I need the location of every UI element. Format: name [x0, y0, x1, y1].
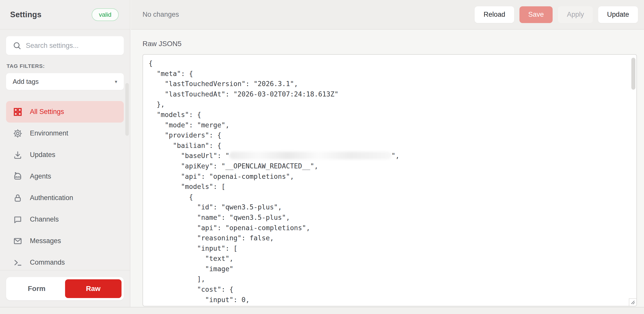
- sidebar-item-label: Messages: [30, 237, 61, 245]
- code-line: "apiKey": "__OPENCLAW_REDACTED__",: [149, 161, 636, 171]
- code-line: "lastTouchedVersion": "2026.3.1",: [149, 79, 636, 89]
- sidebar-item-channels[interactable]: Channels: [6, 209, 124, 230]
- mail-icon: [13, 236, 23, 246]
- bottom-strip: [0, 307, 644, 314]
- settings-app: Settings valid TAG FILTERS: Add tags ▾: [0, 0, 644, 314]
- terminal-icon: [13, 258, 23, 268]
- sidebar-item-label: Channels: [30, 215, 59, 223]
- update-button[interactable]: Update: [598, 6, 638, 23]
- grid-icon: [13, 107, 23, 117]
- sidebar-item-label: Commands: [30, 259, 65, 266]
- code-line: ],: [149, 274, 636, 284]
- code-line: "providers": {: [149, 130, 636, 141]
- raw-json5-editor[interactable]: { "meta": { "lastTouchedVersion": "2026.…: [143, 54, 637, 306]
- valid-status-badge: valid: [92, 8, 119, 21]
- sidebar-item-label: Authentication: [30, 194, 73, 202]
- raw-json5-label: Raw JSON5: [143, 40, 182, 48]
- code-line: "bailian": {: [149, 141, 636, 151]
- sidebar-item-label: Agents: [30, 172, 51, 180]
- code-line: "api": "openai-completions",: [149, 223, 636, 233]
- code-line: {: [149, 58, 636, 69]
- code-line: "baseUrl": "",: [149, 151, 636, 161]
- code-line: "id": "qwen3.5-plus",: [149, 202, 636, 212]
- code-line: {: [149, 192, 636, 202]
- code-line: "input": 0,: [149, 295, 636, 305]
- sidebar-item-all-settings[interactable]: All Settings: [6, 101, 124, 123]
- tag-filters-label: TAG FILTERS:: [7, 63, 124, 69]
- main-header: No changes Reload Save Apply Update: [131, 0, 644, 30]
- code-line: "text",: [149, 253, 636, 264]
- code-line: "api": "openai-completions",: [149, 171, 636, 182]
- code-line: "lastTouchedAt": "2026-03-02T07:24:18.61…: [149, 89, 636, 100]
- search-input[interactable]: [26, 42, 124, 50]
- view-mode-toggle: Form Raw: [6, 277, 124, 300]
- code-line: "image": [149, 264, 636, 274]
- editor-scrollbar[interactable]: [631, 58, 635, 90]
- reload-button[interactable]: Reload: [475, 6, 514, 23]
- add-tags-select[interactable]: Add tags ▾: [6, 73, 124, 90]
- sidebar-item-label: Updates: [30, 151, 55, 159]
- search-box[interactable]: [6, 36, 124, 55]
- sidebar-item-label: All Settings: [30, 108, 64, 116]
- lock-icon: [13, 193, 23, 203]
- code-line: "output": 0,: [149, 305, 636, 306]
- code-line: "models": {: [149, 110, 636, 120]
- gear-icon: [13, 128, 23, 139]
- code-line: "meta": {: [149, 69, 636, 79]
- main-content: Raw JSON5 { "meta": { "lastTouchedVersio…: [131, 30, 644, 307]
- sidebar-item-authentication[interactable]: Authentication: [6, 187, 124, 209]
- search-icon: [13, 41, 21, 50]
- redacted-base-url: [229, 152, 391, 159]
- changes-status-text: No changes: [143, 11, 179, 18]
- save-button[interactable]: Save: [519, 6, 553, 23]
- sidebar: Settings valid TAG FILTERS: Add tags ▾: [0, 0, 130, 307]
- sidebar-item-agents[interactable]: Agents: [6, 166, 124, 187]
- sidebar-item-environment[interactable]: Environment: [6, 123, 124, 144]
- code-line: },: [149, 99, 636, 110]
- caret-down-icon: ▾: [115, 79, 117, 85]
- code-line: "cost": {: [149, 284, 636, 295]
- sidebar-item-messages[interactable]: Messages: [6, 230, 124, 252]
- code-line: "models": [: [149, 182, 636, 192]
- code-content[interactable]: { "meta": { "lastTouchedVersion": "2026.…: [143, 55, 636, 306]
- download-icon: [13, 150, 23, 160]
- code-line: "name": "qwen3.5-plus",: [149, 212, 636, 223]
- add-tags-value: Add tags: [13, 78, 39, 86]
- sidebar-body: TAG FILTERS: Add tags ▾ All Settings: [0, 30, 130, 273]
- header-actions: Reload Save Apply Update: [475, 6, 638, 23]
- chat-icon: [13, 214, 23, 225]
- sidebar-item-label: Environment: [30, 129, 68, 137]
- apply-button[interactable]: Apply: [558, 6, 593, 23]
- sidebar-item-updates[interactable]: Updates: [6, 144, 124, 166]
- code-line: "mode": "merge",: [149, 120, 636, 130]
- sidebar-footer: Form Raw: [0, 270, 130, 307]
- sidebar-scrollbar[interactable]: [125, 83, 129, 136]
- resize-handle-icon[interactable]: [629, 298, 636, 306]
- form-view-button[interactable]: Form: [8, 279, 65, 298]
- robot-icon: [13, 171, 23, 182]
- sidebar-header: Settings valid: [0, 0, 130, 30]
- page-title: Settings: [10, 10, 42, 19]
- code-line: "input": [: [149, 243, 636, 254]
- sidebar-nav: All Settings Environment: [6, 101, 124, 273]
- raw-view-button[interactable]: Raw: [65, 279, 122, 298]
- code-line: "reasoning": false,: [149, 233, 636, 243]
